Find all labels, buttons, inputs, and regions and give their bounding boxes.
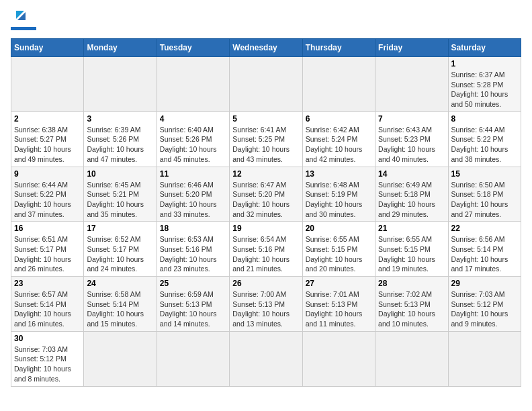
page-header bbox=[11, 11, 521, 30]
calendar-cell: 19Sunrise: 6:54 AM Sunset: 5:16 PM Dayli… bbox=[230, 222, 302, 277]
day-number: 7 bbox=[378, 114, 445, 124]
calendar-week-4: 23Sunrise: 6:57 AM Sunset: 5:14 PM Dayli… bbox=[11, 277, 521, 332]
day-number: 15 bbox=[451, 169, 518, 179]
day-info: Sunrise: 6:51 AM Sunset: 5:17 PM Dayligh… bbox=[14, 234, 81, 274]
calendar-cell: 3Sunrise: 6:39 AM Sunset: 5:26 PM Daylig… bbox=[84, 111, 157, 167]
weekday-header-tuesday: Tuesday bbox=[157, 39, 229, 57]
calendar-cell: 13Sunrise: 6:48 AM Sunset: 5:19 PM Dayli… bbox=[302, 167, 375, 222]
day-number: 1 bbox=[451, 59, 518, 68]
day-number: 17 bbox=[87, 224, 153, 233]
calendar-cell: 5Sunrise: 6:41 AM Sunset: 5:25 PM Daylig… bbox=[230, 111, 302, 167]
day-info: Sunrise: 7:01 AM Sunset: 5:13 PM Dayligh… bbox=[306, 289, 372, 329]
calendar-cell: 26Sunrise: 7:00 AM Sunset: 5:13 PM Dayli… bbox=[230, 277, 302, 332]
calendar-cell: 17Sunrise: 6:52 AM Sunset: 5:17 PM Dayli… bbox=[84, 222, 157, 277]
calendar-cell: 1Sunrise: 6:37 AM Sunset: 5:28 PM Daylig… bbox=[448, 57, 521, 112]
day-info: Sunrise: 6:53 AM Sunset: 5:16 PM Dayligh… bbox=[160, 234, 226, 274]
day-info: Sunrise: 6:42 AM Sunset: 5:24 PM Dayligh… bbox=[306, 125, 372, 165]
day-info: Sunrise: 6:58 AM Sunset: 5:14 PM Dayligh… bbox=[87, 289, 153, 329]
day-number: 26 bbox=[232, 279, 299, 288]
calendar-cell: 18Sunrise: 6:53 AM Sunset: 5:16 PM Dayli… bbox=[157, 222, 229, 277]
calendar-cell bbox=[157, 331, 229, 386]
calendar-week-1: 2Sunrise: 6:38 AM Sunset: 5:27 PM Daylig… bbox=[11, 111, 521, 167]
calendar-cell: 8Sunrise: 6:44 AM Sunset: 5:22 PM Daylig… bbox=[448, 111, 521, 167]
calendar-cell: 4Sunrise: 6:40 AM Sunset: 5:26 PM Daylig… bbox=[157, 111, 229, 167]
day-info: Sunrise: 7:03 AM Sunset: 5:12 PM Dayligh… bbox=[14, 345, 81, 384]
calendar-cell bbox=[84, 331, 157, 386]
calendar-cell: 14Sunrise: 6:49 AM Sunset: 5:18 PM Dayli… bbox=[375, 167, 448, 222]
calendar-cell: 29Sunrise: 7:03 AM Sunset: 5:12 PM Dayli… bbox=[448, 277, 521, 332]
calendar-header: SundayMondayTuesdayWednesdayThursdayFrid… bbox=[11, 39, 521, 57]
logo-bar bbox=[11, 27, 36, 30]
day-number: 3 bbox=[87, 114, 153, 124]
calendar-cell: 25Sunrise: 6:59 AM Sunset: 5:13 PM Dayli… bbox=[157, 277, 229, 332]
calendar-cell: 7Sunrise: 6:43 AM Sunset: 5:23 PM Daylig… bbox=[375, 111, 448, 167]
calendar-cell: 9Sunrise: 6:44 AM Sunset: 5:22 PM Daylig… bbox=[11, 167, 84, 222]
day-info: Sunrise: 6:44 AM Sunset: 5:22 PM Dayligh… bbox=[451, 125, 518, 165]
calendar-cell bbox=[302, 57, 375, 112]
day-number: 9 bbox=[14, 169, 81, 179]
calendar-cell: 22Sunrise: 6:56 AM Sunset: 5:14 PM Dayli… bbox=[448, 222, 521, 277]
day-number: 21 bbox=[378, 224, 445, 233]
calendar-cell: 12Sunrise: 6:47 AM Sunset: 5:20 PM Dayli… bbox=[230, 167, 302, 222]
day-info: Sunrise: 6:48 AM Sunset: 5:19 PM Dayligh… bbox=[306, 180, 372, 220]
weekday-row: SundayMondayTuesdayWednesdayThursdayFrid… bbox=[11, 39, 521, 57]
day-info: Sunrise: 6:37 AM Sunset: 5:28 PM Dayligh… bbox=[451, 70, 518, 109]
calendar-week-3: 16Sunrise: 6:51 AM Sunset: 5:17 PM Dayli… bbox=[11, 222, 521, 277]
day-number: 30 bbox=[14, 334, 81, 343]
calendar-cell: 24Sunrise: 6:58 AM Sunset: 5:14 PM Dayli… bbox=[84, 277, 157, 332]
calendar-cell bbox=[157, 57, 229, 112]
day-number: 24 bbox=[87, 279, 153, 288]
day-info: Sunrise: 6:59 AM Sunset: 5:13 PM Dayligh… bbox=[160, 289, 226, 329]
day-number: 4 bbox=[160, 114, 226, 124]
logo-icon bbox=[13, 8, 28, 23]
day-number: 27 bbox=[306, 279, 372, 288]
day-number: 23 bbox=[14, 279, 81, 288]
day-info: Sunrise: 6:52 AM Sunset: 5:17 PM Dayligh… bbox=[87, 234, 153, 274]
calendar-cell: 6Sunrise: 6:42 AM Sunset: 5:24 PM Daylig… bbox=[302, 111, 375, 167]
calendar-cell: 11Sunrise: 6:46 AM Sunset: 5:20 PM Dayli… bbox=[157, 167, 229, 222]
day-info: Sunrise: 6:39 AM Sunset: 5:26 PM Dayligh… bbox=[87, 125, 153, 165]
day-info: Sunrise: 6:55 AM Sunset: 5:15 PM Dayligh… bbox=[378, 234, 445, 274]
day-number: 20 bbox=[306, 224, 372, 233]
day-info: Sunrise: 7:03 AM Sunset: 5:12 PM Dayligh… bbox=[451, 289, 518, 329]
day-info: Sunrise: 6:56 AM Sunset: 5:14 PM Dayligh… bbox=[451, 234, 518, 274]
day-info: Sunrise: 6:54 AM Sunset: 5:16 PM Dayligh… bbox=[232, 234, 299, 274]
calendar-cell: 21Sunrise: 6:55 AM Sunset: 5:15 PM Dayli… bbox=[375, 222, 448, 277]
day-number: 12 bbox=[232, 169, 299, 179]
calendar-table: SundayMondayTuesdayWednesdayThursdayFrid… bbox=[11, 38, 521, 387]
calendar-cell: 23Sunrise: 6:57 AM Sunset: 5:14 PM Dayli… bbox=[11, 277, 84, 332]
weekday-header-wednesday: Wednesday bbox=[230, 39, 302, 57]
calendar-body: 1Sunrise: 6:37 AM Sunset: 5:28 PM Daylig… bbox=[11, 57, 521, 387]
day-number: 16 bbox=[14, 224, 81, 233]
calendar-cell: 28Sunrise: 7:02 AM Sunset: 5:13 PM Dayli… bbox=[375, 277, 448, 332]
calendar-cell bbox=[448, 331, 521, 386]
logo bbox=[11, 11, 36, 30]
day-number: 8 bbox=[451, 114, 518, 124]
calendar-cell bbox=[375, 57, 448, 112]
calendar-cell: 30Sunrise: 7:03 AM Sunset: 5:12 PM Dayli… bbox=[11, 331, 84, 386]
calendar-cell bbox=[230, 331, 302, 386]
day-info: Sunrise: 6:46 AM Sunset: 5:20 PM Dayligh… bbox=[160, 180, 226, 220]
day-info: Sunrise: 6:49 AM Sunset: 5:18 PM Dayligh… bbox=[378, 180, 445, 220]
calendar-cell bbox=[302, 331, 375, 386]
calendar-cell bbox=[84, 57, 157, 112]
day-number: 22 bbox=[451, 224, 518, 233]
calendar-cell bbox=[230, 57, 302, 112]
day-number: 29 bbox=[451, 279, 518, 288]
day-number: 25 bbox=[160, 279, 226, 288]
calendar-cell: 27Sunrise: 7:01 AM Sunset: 5:13 PM Dayli… bbox=[302, 277, 375, 332]
day-number: 11 bbox=[160, 169, 226, 179]
calendar-cell: 20Sunrise: 6:55 AM Sunset: 5:15 PM Dayli… bbox=[302, 222, 375, 277]
day-number: 14 bbox=[378, 169, 445, 179]
day-info: Sunrise: 6:50 AM Sunset: 5:18 PM Dayligh… bbox=[451, 180, 518, 220]
calendar-week-0: 1Sunrise: 6:37 AM Sunset: 5:28 PM Daylig… bbox=[11, 57, 521, 112]
day-info: Sunrise: 6:57 AM Sunset: 5:14 PM Dayligh… bbox=[14, 289, 81, 329]
calendar-cell: 10Sunrise: 6:45 AM Sunset: 5:21 PM Dayli… bbox=[84, 167, 157, 222]
day-number: 2 bbox=[14, 114, 81, 124]
calendar-cell: 16Sunrise: 6:51 AM Sunset: 5:17 PM Dayli… bbox=[11, 222, 84, 277]
weekday-header-friday: Friday bbox=[375, 39, 448, 57]
day-number: 10 bbox=[87, 169, 153, 179]
day-info: Sunrise: 6:41 AM Sunset: 5:25 PM Dayligh… bbox=[232, 125, 299, 165]
weekday-header-thursday: Thursday bbox=[302, 39, 375, 57]
calendar-cell bbox=[11, 57, 84, 112]
